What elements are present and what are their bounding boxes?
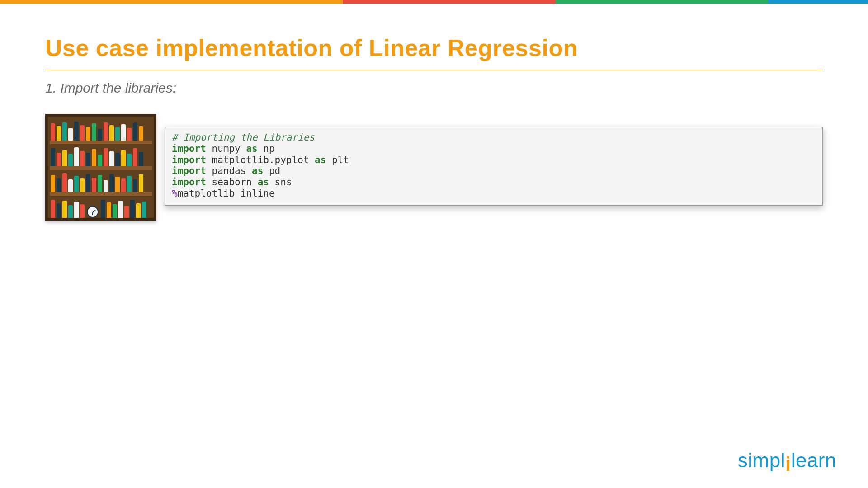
book-icon [74, 122, 79, 141]
code-line: import pandas as pd [172, 165, 280, 176]
book-icon [113, 204, 117, 218]
book-icon [104, 122, 108, 141]
code-line: import matplotlib.pyplot as plt [172, 155, 349, 165]
page-title: Use case implementation of Linear Regres… [45, 34, 823, 61]
book-icon [68, 179, 73, 192]
book-icon [51, 175, 55, 192]
code-line: import seaborn as sns [172, 177, 292, 188]
book-icon [68, 128, 73, 141]
book-icon [51, 123, 55, 141]
book-icon [68, 154, 73, 166]
top-bar-segment [556, 0, 768, 4]
book-icon [127, 176, 132, 192]
book-icon [80, 204, 85, 218]
book-icon [98, 129, 102, 141]
book-icon [118, 201, 123, 218]
book-icon [139, 174, 143, 192]
book-icon [124, 206, 129, 218]
book-icon [62, 122, 67, 141]
clock-icon [87, 206, 99, 218]
book-icon [109, 125, 114, 141]
step-label: 1. Import the libraries: [45, 80, 823, 96]
book-icon [139, 152, 143, 166]
book-icon [74, 147, 79, 166]
brand-accent: i [785, 453, 791, 475]
book-icon [136, 203, 141, 218]
top-bar-segment [0, 0, 343, 4]
code-line: import numpy as np [172, 143, 275, 154]
book-icon [142, 202, 146, 218]
book-icon [68, 205, 73, 218]
brand-logo: simplilearn [738, 449, 836, 472]
book-icon [115, 153, 120, 166]
book-icon [92, 178, 96, 192]
book-icon [139, 126, 143, 141]
book-icon [86, 153, 90, 166]
book-icon [109, 151, 114, 166]
book-icon [133, 122, 137, 141]
book-icon [121, 150, 126, 166]
book-icon [80, 178, 85, 192]
book-icon [121, 178, 126, 192]
code-block: # Importing the Libraries import numpy a… [165, 127, 823, 206]
book-icon [127, 154, 132, 166]
book-icon [80, 151, 85, 166]
book-icon [107, 202, 111, 218]
code-comment: # Importing the Libraries [172, 132, 315, 143]
brand-right: learn [791, 449, 836, 471]
book-icon [57, 153, 61, 166]
book-icon [51, 200, 55, 218]
book-icon [127, 128, 132, 141]
book-icon [62, 201, 67, 218]
top-bar-segment [768, 0, 868, 4]
book-icon [130, 200, 135, 218]
book-icon [133, 148, 137, 166]
book-icon [92, 123, 96, 141]
book-icon [51, 148, 55, 166]
book-icon [115, 177, 120, 192]
book-icon [62, 173, 67, 192]
book-icon [115, 127, 120, 141]
book-icon [121, 124, 126, 141]
book-icon [98, 155, 102, 166]
shelf-row [50, 196, 152, 218]
book-icon [109, 174, 114, 192]
code-line: %matplotlib inline [172, 188, 275, 199]
book-icon [57, 126, 61, 141]
bookshelf-icon [45, 114, 156, 221]
shelf-row [50, 144, 152, 170]
brand-left: simpl [738, 449, 785, 471]
shelf-row [50, 118, 152, 144]
book-icon [133, 179, 137, 192]
book-icon [92, 149, 96, 166]
shelf-row [50, 170, 152, 196]
book-icon [57, 203, 61, 218]
book-icon [62, 150, 67, 166]
top-accent-bar [0, 0, 868, 4]
book-icon [104, 148, 108, 166]
book-icon [57, 178, 61, 192]
book-icon [86, 127, 90, 141]
top-bar-segment [343, 0, 555, 4]
book-icon [86, 174, 90, 192]
book-icon [80, 125, 85, 141]
book-icon [74, 202, 79, 218]
title-divider [45, 70, 823, 70]
book-icon [104, 180, 108, 192]
book-icon [74, 176, 79, 192]
book-icon [98, 175, 102, 192]
book-icon [101, 200, 105, 218]
